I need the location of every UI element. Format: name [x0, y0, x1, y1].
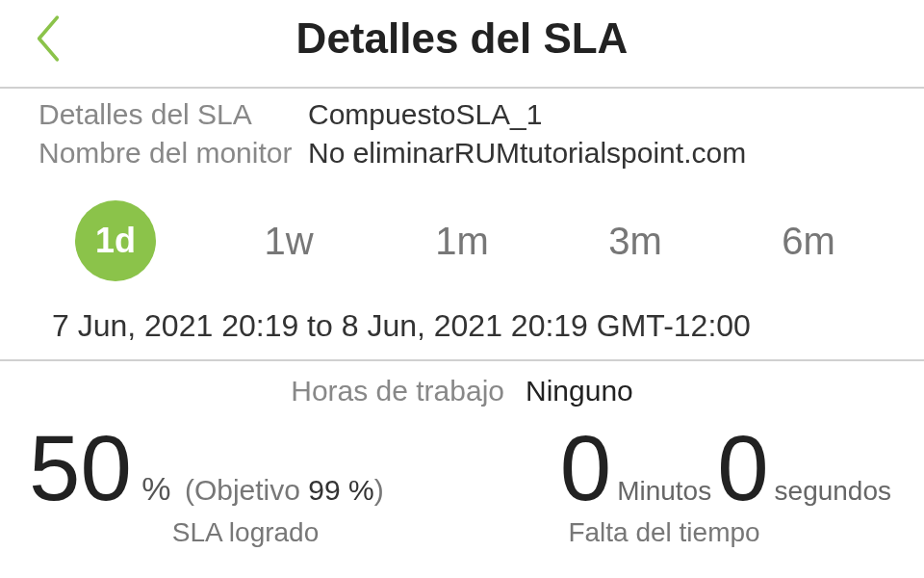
detail-row-monitor: Nombre del monitor No eliminarRUMtutoria…	[38, 137, 886, 170]
tab-1d[interactable]: 1d	[29, 193, 202, 289]
date-range: 7 Jun, 2021 20:19 to 8 Jun, 2021 20:19 G…	[0, 289, 924, 361]
time-range-tabs: 1d 1w 1m 3m 6m	[0, 175, 924, 289]
seconds-unit: segundos	[775, 476, 891, 507]
monitor-value: No eliminarRUMtutorialspoint.com	[308, 137, 746, 170]
missing-caption: Falta del tiempo	[462, 517, 895, 548]
working-hours-row: Horas de trabajo Ninguno	[0, 361, 924, 415]
minutes-unit: Minutos	[617, 476, 711, 507]
target-suffix: )	[374, 474, 384, 506]
sla-label: Detalles del SLA	[38, 98, 308, 131]
seconds-value: 0	[717, 415, 768, 521]
details-block: Detalles del SLA CompuestoSLA_1 Nombre d…	[0, 89, 924, 170]
target-wrap: (Objetivo 99 %)	[185, 474, 384, 506]
working-hours-value: Ninguno	[526, 375, 633, 407]
tab-1m[interactable]: 1m	[375, 212, 549, 271]
tab-3m[interactable]: 3m	[549, 212, 722, 271]
metric-time-missing: 0 Minutos 0 segundos Falta del tiempo	[462, 415, 895, 548]
monitor-label: Nombre del monitor	[38, 137, 308, 170]
achieved-pct: %	[141, 470, 170, 507]
minutes-value: 0	[560, 415, 611, 521]
target-value: 99 %	[308, 474, 373, 506]
sla-value: CompuestoSLA_1	[308, 98, 543, 131]
detail-row-sla: Detalles del SLA CompuestoSLA_1	[38, 98, 886, 131]
target-prefix: (Objetivo	[185, 474, 308, 506]
working-hours-label: Horas de trabajo	[291, 375, 504, 407]
header: Detalles del SLA	[0, 0, 924, 89]
page-title: Detalles del SLA	[19, 14, 905, 63]
achieved-value: 50	[29, 415, 132, 521]
tab-1d-label: 1d	[75, 200, 156, 281]
tab-1w[interactable]: 1w	[202, 212, 375, 271]
metric-sla-achieved: 50 % (Objetivo 99 %) SLA logrado	[29, 415, 462, 548]
metrics-row: 50 % (Objetivo 99 %) SLA logrado 0 Minut…	[0, 415, 924, 548]
achieved-caption: SLA logrado	[29, 517, 462, 548]
tab-6m[interactable]: 6m	[722, 212, 895, 271]
